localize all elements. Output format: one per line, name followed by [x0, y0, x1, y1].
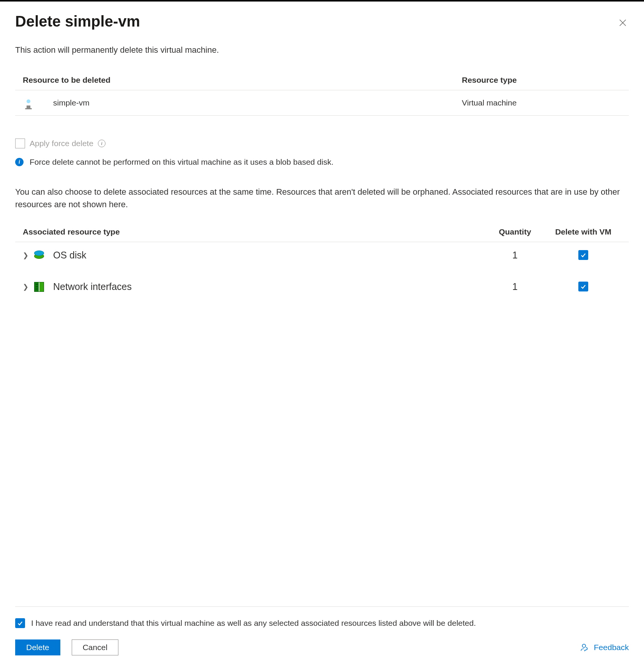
delete-vm-panel: Delete simple-vm This action will perman…: [0, 0, 644, 663]
nic-icon: [34, 282, 44, 292]
assoc-osdisk-label: OS disk: [53, 250, 87, 261]
force-delete-info: i Force delete cannot be performed on th…: [15, 157, 629, 167]
footer: I have read and understand that this vir…: [15, 606, 629, 655]
resource-type: Virtual machine: [462, 98, 621, 107]
feedback-icon: [580, 643, 590, 652]
disk-icon: [34, 250, 44, 260]
chevron-right-icon[interactable]: ❯: [23, 283, 34, 291]
force-delete-checkbox: [15, 139, 25, 148]
force-delete-label: Apply force delete: [30, 139, 93, 148]
force-delete-row: Apply force delete i: [15, 139, 629, 148]
resource-name: simple-vm: [53, 98, 90, 107]
close-icon[interactable]: [617, 17, 629, 31]
assoc-lead-text: You can also choose to delete associated…: [15, 186, 629, 211]
force-delete-info-text: Force delete cannot be performed on this…: [30, 157, 334, 167]
assoc-nic-label: Network interfaces: [53, 281, 132, 292]
assoc-osdisk-qty: 1: [485, 250, 545, 261]
delete-button[interactable]: Delete: [15, 639, 60, 655]
info-icon[interactable]: i: [98, 140, 105, 147]
lead-text: This action will permanently delete this…: [15, 45, 629, 55]
col-resource-header: Resource to be deleted: [23, 76, 462, 85]
nic-delete-checkbox[interactable]: [578, 282, 588, 291]
osdisk-delete-checkbox[interactable]: [578, 250, 588, 260]
assoc-col-delete: Delete with VM: [545, 227, 621, 236]
svg-point-2: [582, 644, 586, 647]
chevron-right-icon[interactable]: ❯: [23, 251, 34, 260]
cancel-button[interactable]: Cancel: [72, 639, 118, 655]
associated-resources-table: Associated resource type Quantity Delete…: [15, 222, 629, 305]
resource-delete-table: Resource to be deleted Resource type sim…: [15, 70, 629, 116]
feedback-link[interactable]: Feedback: [580, 643, 629, 652]
assoc-nic-qty: 1: [485, 281, 545, 292]
feedback-label: Feedback: [594, 643, 629, 652]
ack-text: I have read and understand that this vir…: [31, 619, 476, 628]
col-type-header: Resource type: [462, 76, 621, 85]
assoc-row-osdisk: ❯ OS disk 1: [15, 242, 629, 274]
vm-icon: [23, 98, 34, 108]
info-badge-icon: i: [15, 158, 24, 166]
resource-row: simple-vm Virtual machine: [15, 90, 629, 116]
assoc-col-type: Associated resource type: [23, 227, 485, 236]
assoc-col-qty: Quantity: [485, 227, 545, 236]
ack-checkbox[interactable]: [15, 618, 25, 628]
assoc-row-nic: ❯ Network interfaces 1: [15, 274, 629, 305]
page-title: Delete simple-vm: [15, 13, 140, 30]
